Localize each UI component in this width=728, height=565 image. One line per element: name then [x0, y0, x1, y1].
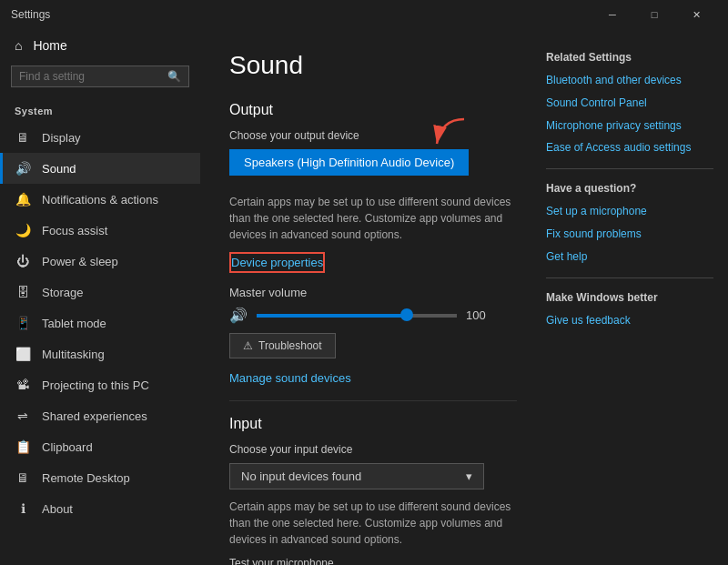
rp-link-setup-mic[interactable]: Set up a microphone	[546, 204, 713, 219]
output-section: Output Choose your output device Speaker…	[229, 102, 517, 386]
sidebar-item-display[interactable]: 🖥 Display	[0, 122, 200, 153]
sidebar-home-label: Home	[33, 38, 66, 53]
output-device-label: Choose your output device	[229, 129, 517, 142]
home-icon: ⌂	[15, 38, 22, 53]
volume-slider-thumb	[400, 308, 413, 321]
sidebar-item-storage-label: Storage	[42, 286, 84, 299]
sidebar-item-about[interactable]: ℹ About	[0, 493, 200, 524]
sidebar-item-multitasking-label: Multitasking	[42, 348, 105, 361]
input-section: Input Choose your input device No input …	[229, 416, 517, 565]
about-icon: ℹ	[15, 500, 31, 517]
output-manage-link[interactable]: Manage sound devices	[229, 371, 351, 385]
sidebar-item-tablet-label: Tablet mode	[42, 317, 106, 330]
search-icon: 🔍	[167, 70, 181, 83]
rp-link-feedback[interactable]: Give us feedback	[546, 313, 713, 328]
sidebar-item-remote-label: Remote Desktop	[42, 471, 130, 485]
multitasking-icon: ⬜	[15, 346, 31, 362]
rp-link-get-help[interactable]: Get help	[546, 249, 713, 265]
warning-icon: ⚠	[243, 339, 253, 352]
sidebar-item-notifications-label: Notifications & actions	[42, 193, 158, 207]
clipboard-icon: 📋	[15, 439, 31, 455]
output-input-divider	[229, 400, 517, 401]
notifications-icon: 🔔	[15, 191, 31, 207]
sidebar-item-multitasking[interactable]: ⬜ Multitasking	[0, 338, 200, 369]
related-settings-title: Related Settings	[546, 51, 713, 64]
close-button[interactable]: ✕	[675, 0, 717, 29]
sidebar-item-tablet[interactable]: 📱 Tablet mode	[0, 308, 200, 338]
test-mic-label: Test your microphone	[229, 557, 517, 565]
sidebar: ⌂ Home 🔍 System 🖥 Display 🔊 Sound 🔔 Noti…	[0, 29, 200, 565]
titlebar-controls: ─ □ ✕	[592, 0, 717, 29]
sidebar-home-button[interactable]: ⌂ Home	[0, 29, 200, 62]
focus-icon: 🌙	[15, 222, 31, 238]
shared-icon: ⇌	[15, 408, 31, 424]
sidebar-item-shared[interactable]: ⇌ Shared experiences	[0, 400, 200, 431]
sidebar-item-focus[interactable]: 🌙 Focus assist	[0, 215, 200, 246]
rp-divider-1	[546, 168, 713, 169]
output-troubleshoot-button[interactable]: ⚠ Troubleshoot	[229, 333, 336, 358]
sidebar-item-projecting[interactable]: 📽 Projecting to this PC	[0, 369, 200, 400]
rp-link-fix-sound[interactable]: Fix sound problems	[546, 227, 713, 242]
sidebar-item-notifications[interactable]: 🔔 Notifications & actions	[0, 184, 200, 215]
volume-row: 🔊 100	[229, 307, 517, 324]
sidebar-item-shared-label: Shared experiences	[42, 409, 147, 423]
sound-icon: 🔊	[15, 160, 31, 177]
input-info-text: Certain apps may be set up to use differ…	[229, 499, 517, 548]
storage-icon: 🗄	[15, 284, 31, 300]
input-section-title: Input	[229, 416, 517, 432]
sidebar-item-clipboard[interactable]: 📋 Clipboard	[0, 431, 200, 462]
sidebar-item-power-label: Power & sleep	[42, 255, 118, 268]
sidebar-item-remote[interactable]: 🖥 Remote Desktop	[0, 462, 200, 493]
sidebar-item-display-label: Display	[42, 131, 81, 145]
input-device-value: No input devices found	[241, 469, 361, 483]
sidebar-item-clipboard-label: Clipboard	[42, 440, 93, 454]
output-section-title: Output	[229, 102, 517, 118]
dropdown-chevron-icon: ▾	[466, 469, 472, 483]
tablet-icon: 📱	[15, 315, 31, 331]
volume-label: Master volume	[229, 286, 517, 299]
system-section-label: System	[0, 98, 200, 122]
maximize-button[interactable]: □	[633, 0, 675, 29]
projecting-icon: 📽	[15, 377, 31, 393]
rp-link-microphone[interactable]: Microphone privacy settings	[546, 118, 713, 134]
rp-divider-2	[546, 277, 713, 278]
output-info-text: Certain apps may be set up to use differ…	[229, 194, 517, 243]
app-body: ⌂ Home 🔍 System 🖥 Display 🔊 Sound 🔔 Noti…	[0, 29, 728, 565]
output-device-button[interactable]: Speakers (High Definition Audio Device)	[229, 149, 469, 176]
main-content: Sound Output Choose your output device S…	[200, 29, 546, 565]
input-device-label: Choose your input device	[229, 443, 517, 456]
volume-section: Master volume 🔊 100	[229, 286, 517, 324]
rp-link-bluetooth[interactable]: Bluetooth and other devices	[546, 73, 713, 88]
right-panel: Related Settings Bluetooth and other dev…	[546, 29, 728, 565]
search-input[interactable]	[19, 70, 167, 83]
sidebar-item-power[interactable]: ⏻ Power & sleep	[0, 246, 200, 277]
power-icon: ⏻	[15, 253, 31, 269]
device-properties-link[interactable]: Device properties	[229, 252, 325, 273]
titlebar: Settings ─ □ ✕	[0, 0, 728, 29]
page-title: Sound	[229, 51, 517, 80]
sidebar-item-sound-label: Sound	[42, 162, 76, 176]
remote-icon: 🖥	[15, 469, 31, 486]
output-troubleshoot-label: Troubleshoot	[258, 339, 322, 352]
have-question-title: Have a question?	[546, 182, 713, 195]
minimize-button[interactable]: ─	[592, 0, 633, 29]
input-device-select[interactable]: No input devices found ▾	[229, 463, 484, 489]
sidebar-item-storage[interactable]: 🗄 Storage	[0, 277, 200, 308]
volume-slider-fill	[257, 314, 407, 318]
titlebar-title: Settings	[11, 8, 592, 21]
sidebar-item-focus-label: Focus assist	[42, 224, 107, 237]
sidebar-search[interactable]: 🔍	[11, 66, 189, 87]
volume-value: 100	[466, 308, 493, 322]
rp-link-ease-access[interactable]: Ease of Access audio settings	[546, 140, 713, 156]
volume-slider[interactable]	[257, 314, 457, 318]
sidebar-item-projecting-label: Projecting to this PC	[42, 378, 149, 392]
volume-icon: 🔊	[229, 307, 248, 324]
feedback-title: Make Windows better	[546, 291, 713, 304]
display-icon: 🖥	[15, 129, 31, 146]
device-button-container: Speakers (High Definition Audio Device)	[229, 149, 469, 185]
sidebar-item-about-label: About	[42, 502, 73, 516]
rp-link-sound-panel[interactable]: Sound Control Panel	[546, 96, 713, 111]
sidebar-item-sound[interactable]: 🔊 Sound	[0, 153, 200, 184]
